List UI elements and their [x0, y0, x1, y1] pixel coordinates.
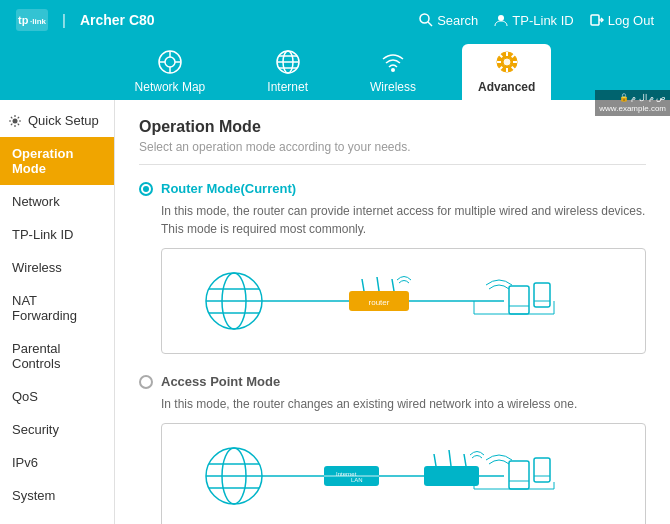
svg-line-39	[362, 279, 364, 291]
svg-rect-68	[534, 458, 550, 482]
tab-internet[interactable]: Internet	[251, 44, 324, 100]
sidebar-item-nat-forwarding-label: NAT Forwarding	[12, 293, 102, 323]
router-mode-label[interactable]: Router Mode(Current)	[161, 181, 296, 196]
svg-text:router: router	[368, 298, 389, 307]
svg-line-62	[434, 454, 436, 466]
sidebar-item-system-label: System	[12, 488, 55, 503]
content-area: Operation Mode Select an operation mode …	[115, 100, 670, 524]
svg-text:LAN: LAN	[351, 477, 363, 483]
svg-line-64	[464, 454, 466, 466]
sidebar-item-network-label: Network	[12, 194, 60, 209]
tab-network-map-label: Network Map	[135, 80, 206, 94]
sidebar-item-quick-setup[interactable]: Quick Setup	[0, 104, 114, 137]
tab-advanced-label: Advanced	[478, 80, 535, 94]
svg-line-41	[392, 279, 394, 291]
sidebar-item-security-label: Security	[12, 422, 59, 437]
logout-button[interactable]: Log Out	[590, 13, 654, 28]
sidebar: Quick Setup Operation Mode Network TP-Li…	[0, 100, 115, 524]
svg-point-9	[165, 57, 175, 67]
access-point-mode-section: Access Point Mode In this mode, the rout…	[139, 374, 646, 524]
svg-point-5	[498, 15, 504, 21]
router-mode-diagram: router	[161, 248, 646, 354]
account-label: TP-Link ID	[512, 13, 573, 28]
account-icon	[494, 13, 508, 27]
router-mode-radio[interactable]	[139, 182, 153, 196]
sidebar-item-wireless-label: Wireless	[12, 260, 62, 275]
sidebar-item-parental-controls-label: Parental Controls	[12, 341, 102, 371]
svg-rect-6	[591, 15, 599, 25]
brand-divider: |	[62, 12, 66, 28]
svg-point-21	[503, 58, 511, 66]
logo-area: tp ·link | Archer C80	[16, 9, 155, 31]
logout-icon	[590, 13, 604, 27]
access-point-mode-description: In this mode, the router changes an exis…	[161, 395, 646, 413]
svg-rect-45	[534, 283, 550, 307]
tab-internet-label: Internet	[267, 80, 308, 94]
sidebar-item-qos[interactable]: QoS	[0, 380, 114, 413]
svg-rect-61	[424, 466, 479, 486]
model-label: Archer C80	[80, 12, 155, 28]
page-subtitle: Select an operation mode according to yo…	[139, 140, 646, 165]
sidebar-item-ipv6-label: IPv6	[12, 455, 38, 470]
watermark: 🔒 ص م ال م www.example.com	[595, 90, 670, 116]
sidebar-item-security[interactable]: Security	[0, 413, 114, 446]
svg-text:tp: tp	[18, 14, 29, 26]
sidebar-item-parental-controls[interactable]: Parental Controls	[0, 332, 114, 380]
svg-line-4	[428, 22, 432, 26]
router-mode-section: Router Mode(Current) In this mode, the r…	[139, 181, 646, 354]
sidebar-item-network[interactable]: Network	[0, 185, 114, 218]
search-label: Search	[437, 13, 478, 28]
advanced-icon	[493, 48, 521, 76]
sidebar-item-ipv6[interactable]: IPv6	[0, 446, 114, 479]
network-map-icon	[156, 48, 184, 76]
sidebar-item-operation-mode-label: Operation Mode	[12, 146, 102, 176]
svg-point-3	[420, 14, 429, 23]
logout-label: Log Out	[608, 13, 654, 28]
tab-wireless[interactable]: Wireless	[354, 44, 432, 100]
sidebar-item-qos-label: QoS	[12, 389, 38, 404]
svg-point-19	[391, 68, 395, 72]
sidebar-item-wireless[interactable]: Wireless	[0, 251, 114, 284]
access-point-mode-diagram: Internet LAN	[161, 423, 646, 524]
gear-icon	[8, 114, 22, 128]
tab-advanced[interactable]: Advanced	[462, 44, 551, 100]
sidebar-item-quick-setup-label: Quick Setup	[28, 113, 99, 128]
router-mode-description: In this mode, the router can provide int…	[161, 202, 646, 238]
tab-network-map[interactable]: Network Map	[119, 44, 222, 100]
access-point-mode-radio[interactable]	[139, 375, 153, 389]
access-point-mode-label[interactable]: Access Point Mode	[161, 374, 280, 389]
page-title: Operation Mode	[139, 118, 646, 136]
sidebar-item-nat-forwarding[interactable]: NAT Forwarding	[0, 284, 114, 332]
wireless-icon	[379, 48, 407, 76]
svg-line-40	[377, 277, 379, 291]
sidebar-item-tplink-id-label: TP-Link ID	[12, 227, 73, 242]
tab-wireless-label: Wireless	[370, 80, 416, 94]
svg-text:·link: ·link	[30, 17, 47, 26]
svg-point-30	[13, 118, 18, 123]
search-button[interactable]: Search	[419, 13, 478, 28]
account-button[interactable]: TP-Link ID	[494, 13, 573, 28]
search-icon	[419, 13, 433, 27]
svg-rect-66	[509, 461, 529, 489]
sidebar-item-operation-mode[interactable]: Operation Mode	[0, 137, 114, 185]
tplink-logo-icon: tp ·link	[16, 9, 48, 31]
sidebar-item-tplink-id[interactable]: TP-Link ID	[0, 218, 114, 251]
svg-line-63	[449, 450, 451, 466]
internet-icon	[274, 48, 302, 76]
sidebar-item-system[interactable]: System	[0, 479, 114, 512]
svg-rect-43	[509, 286, 529, 314]
